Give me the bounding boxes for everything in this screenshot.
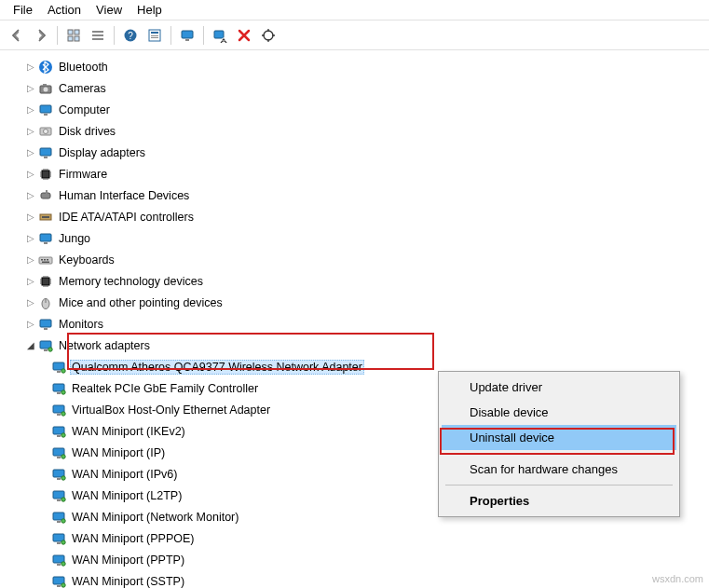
nic-icon: [50, 423, 67, 440]
tree-device[interactable]: WAN Miniport (PPTP): [7, 549, 709, 570]
tree-device-label: WAN Miniport (Network Monitor): [70, 510, 240, 525]
back-button[interactable]: [6, 24, 28, 47]
menu-file[interactable]: File: [6, 1, 40, 19]
tree-category-network-adapters[interactable]: ◢Network adapters: [7, 335, 709, 356]
ide-icon: [37, 209, 54, 226]
expander-icon[interactable]: ▷: [24, 296, 37, 309]
tree-category[interactable]: ▷Monitors: [7, 313, 709, 335]
view-list-button[interactable]: [87, 24, 109, 47]
show-hide-tree-button[interactable]: [62, 24, 85, 47]
tree-category-label: IDE ATA/ATAPI controllers: [57, 210, 196, 225]
expander-icon[interactable]: ▷: [24, 82, 37, 95]
expander-icon[interactable]: ▷: [24, 211, 37, 224]
nic-icon: [50, 402, 67, 418]
expander-icon[interactable]: ▷: [24, 125, 37, 138]
tree-category-label: Jungo: [57, 231, 92, 246]
nic-icon: [50, 530, 67, 547]
list-icon: [90, 28, 105, 43]
chip-icon: [37, 166, 54, 183]
nic-icon: [50, 552, 67, 568]
monitor-icon: [37, 102, 54, 118]
tree-category-label: Network adapters: [57, 338, 152, 353]
forward-button[interactable]: [30, 24, 52, 47]
disable-device-button[interactable]: [209, 24, 231, 47]
keyboard-icon: [37, 252, 54, 268]
context-menu: Update driver Disable device Uninstall d…: [438, 371, 680, 517]
nic-icon: [50, 466, 67, 483]
uninstall-device-button[interactable]: [233, 24, 255, 47]
tree-category[interactable]: ▷Display adapters: [7, 142, 709, 163]
expander-icon[interactable]: ▷: [24, 146, 37, 159]
tree-category[interactable]: ▷Firmware: [7, 163, 709, 185]
expander-icon[interactable]: ▷: [24, 318, 37, 331]
tree-category[interactable]: ▷Memory technology devices: [7, 270, 709, 292]
tree-device-label: WAN Miniport (PPPOE): [70, 531, 197, 546]
tree-device-label: Qualcomm Atheros QCA9377 Wireless Networ…: [70, 360, 364, 375]
hid-icon: [37, 187, 54, 204]
expander-icon[interactable]: ▷: [24, 275, 37, 288]
tree-category-label: Monitors: [57, 317, 105, 332]
menubar: File Action View Help: [0, 0, 709, 21]
tree-category[interactable]: ▷Human Interface Devices: [7, 185, 709, 206]
context-separator: [445, 453, 673, 454]
tree-device-label: WAN Miniport (PPTP): [70, 553, 186, 567]
tree-device-label: WAN Miniport (L2TP): [70, 488, 184, 503]
help-button[interactable]: [119, 24, 142, 47]
tree-category[interactable]: ▷Disk drives: [7, 120, 709, 142]
tree-category-label: Disk drives: [57, 124, 117, 139]
menu-view[interactable]: View: [89, 1, 130, 19]
tree-device-label: VirtualBox Host-Only Ethernet Adapter: [70, 403, 272, 417]
context-disable-device[interactable]: Disable device: [442, 400, 676, 425]
context-properties[interactable]: Properties: [442, 488, 676, 513]
context-update-driver[interactable]: Update driver: [442, 375, 676, 400]
camera-icon: [37, 80, 54, 97]
tree-category[interactable]: ▷Computer: [7, 99, 709, 120]
toolbar: [0, 21, 709, 50]
expander-icon[interactable]: ▷: [24, 189, 37, 202]
tree-device[interactable]: WAN Miniport (SSTP): [7, 570, 709, 588]
nic-icon: [50, 444, 67, 461]
scan-hardware-button[interactable]: [257, 24, 280, 47]
tree-category[interactable]: ▷Mice and other pointing devices: [7, 292, 709, 313]
bluetooth-icon: [37, 59, 54, 75]
monitor-icon: [37, 316, 54, 333]
tree-category-label: Mice and other pointing devices: [57, 295, 225, 310]
expander-icon[interactable]: ▷: [24, 168, 37, 181]
expander-icon[interactable]: ▷: [24, 253, 37, 267]
tree-category-label: Memory technology devices: [57, 274, 205, 289]
tree-category-label: Computer: [57, 103, 112, 117]
expander-icon[interactable]: ▷: [24, 103, 37, 116]
expander-icon[interactable]: ▷: [24, 61, 37, 74]
arrow-right-icon: [34, 28, 48, 43]
tree-category[interactable]: ▷Bluetooth: [7, 56, 709, 77]
watermark: wsxdn.com: [652, 573, 703, 584]
context-uninstall-device[interactable]: Uninstall device: [442, 425, 676, 450]
menu-help[interactable]: Help: [130, 1, 170, 19]
tree-category-label: Bluetooth: [57, 60, 110, 75]
nic-icon: [50, 573, 67, 589]
properties-button[interactable]: [143, 24, 166, 47]
tree-category[interactable]: ▷Cameras: [7, 77, 709, 99]
nic-icon: [50, 359, 67, 376]
nic-icon: [50, 487, 67, 504]
tree-category-label: Display adapters: [57, 145, 147, 160]
nic-icon: [50, 509, 67, 526]
menu-action[interactable]: Action: [40, 1, 89, 19]
monitor-icon: [37, 144, 54, 161]
tree-category[interactable]: ▷Keyboards: [7, 249, 709, 270]
tree-device[interactable]: WAN Miniport (PPPOE): [7, 527, 709, 549]
arrow-left-icon: [9, 28, 24, 43]
update-driver-button[interactable]: [176, 24, 198, 47]
tree-category[interactable]: ▷Jungo: [7, 227, 709, 249]
tree-category[interactable]: ▷IDE ATA/ATAPI controllers: [7, 206, 709, 227]
tree-category-label: Cameras: [57, 81, 108, 96]
expander-icon[interactable]: ▷: [24, 232, 37, 245]
properties-icon: [147, 28, 162, 43]
expander-icon[interactable]: ◢: [24, 339, 37, 352]
chip-icon: [37, 273, 54, 290]
tree-category-label: Human Interface Devices: [57, 188, 191, 203]
tree-device-label: WAN Miniport (IP): [70, 445, 167, 460]
context-scan-hardware[interactable]: Scan for hardware changes: [442, 457, 676, 482]
tree-category-label: Keyboards: [57, 253, 116, 267]
tree-device-label: WAN Miniport (SSTP): [70, 574, 186, 589]
